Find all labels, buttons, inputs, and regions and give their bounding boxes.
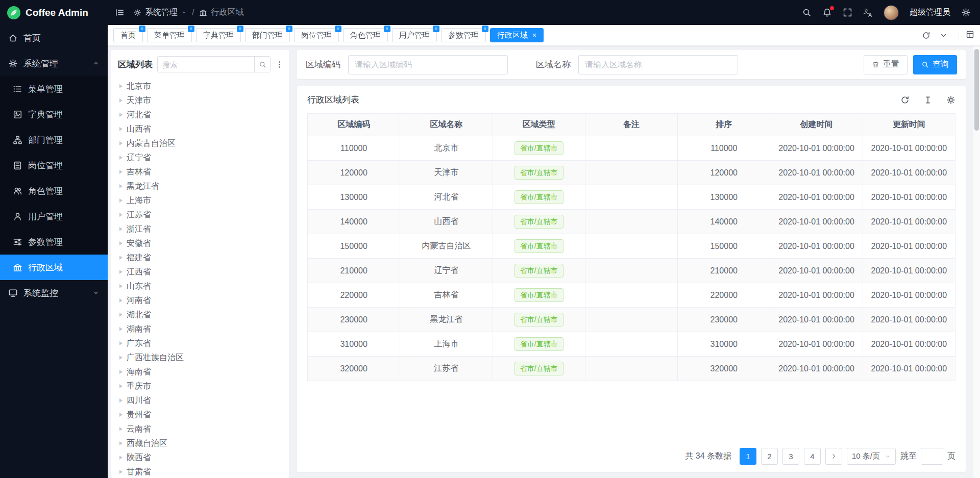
table-row[interactable]: 120000天津市省市/直辖市1200002020-10-01 00:00:00…	[308, 161, 955, 185]
query-button[interactable]: 查询	[913, 55, 957, 74]
tab-item[interactable]: 部门管理×	[245, 28, 290, 42]
sidebar-item-menu-mgmt[interactable]: 菜单管理	[0, 76, 108, 102]
tree-item[interactable]: 浙江省	[111, 222, 289, 236]
tab-close-icon[interactable]: ×	[433, 26, 439, 32]
more-options-icon[interactable]	[275, 60, 284, 69]
tree-item[interactable]: 北京市	[111, 79, 289, 93]
tree-item[interactable]: 湖北省	[111, 308, 289, 322]
tree-item[interactable]: 海南省	[111, 365, 289, 379]
tab-close-icon[interactable]: ×	[335, 26, 341, 32]
tree-item[interactable]: 贵州省	[111, 408, 289, 422]
tree-item[interactable]: 西藏自治区	[111, 436, 289, 450]
expand-caret-icon[interactable]	[119, 241, 122, 245]
tree-item[interactable]: 吉林省	[111, 165, 289, 179]
expand-caret-icon[interactable]	[119, 256, 122, 260]
tab-item[interactable]: 行政区域×	[490, 28, 544, 42]
sidebar-item-system-monitor[interactable]: 系统监控	[0, 280, 108, 306]
page-button-3[interactable]: 3	[782, 448, 799, 465]
tree-item[interactable]: 云南省	[111, 422, 289, 436]
tab-close-icon[interactable]: ×	[188, 26, 194, 32]
tab-close-icon[interactable]: ×	[482, 26, 488, 32]
tab-item[interactable]: 首页×	[113, 28, 143, 42]
expand-caret-icon[interactable]	[119, 198, 122, 203]
tab-item[interactable]: 用户管理×	[392, 28, 437, 42]
expand-caret-icon[interactable]	[119, 341, 122, 345]
expand-caret-icon[interactable]	[119, 384, 122, 388]
sidebar-item-system-mgmt[interactable]: 系统管理	[0, 51, 108, 76]
tab-close-icon[interactable]: ×	[286, 26, 292, 32]
expand-caret-icon[interactable]	[119, 398, 122, 402]
sidebar-item-dept-mgmt[interactable]: 部门管理	[0, 127, 108, 153]
tree-item[interactable]: 湖南省	[111, 322, 289, 336]
expand-caret-icon[interactable]	[119, 213, 122, 217]
translate-icon[interactable]: 文A	[863, 8, 873, 17]
sidebar-item-region[interactable]: 行政区域	[0, 255, 108, 280]
settings-gear-icon[interactable]	[961, 8, 971, 17]
table-row[interactable]: 210000辽宁省省市/直辖市2100002020-10-01 00:00:00…	[308, 259, 955, 283]
tree-item[interactable]: 四川省	[111, 393, 289, 408]
collapse-sidebar-icon[interactable]	[115, 8, 125, 17]
avatar[interactable]	[884, 5, 899, 20]
chevron-down-icon[interactable]	[181, 10, 187, 15]
sidebar-item-user-mgmt[interactable]: 用户管理	[0, 204, 108, 229]
layout-toggle-button[interactable]	[959, 30, 974, 41]
refresh-icon[interactable]	[900, 95, 910, 105]
expand-caret-icon[interactable]	[119, 327, 122, 331]
expand-caret-icon[interactable]	[119, 413, 122, 417]
page-scrollbar[interactable]	[973, 46, 980, 478]
expand-caret-icon[interactable]	[119, 98, 122, 103]
tree-item[interactable]: 安徽省	[111, 236, 289, 250]
tree-item[interactable]: 黑龙江省	[111, 179, 289, 193]
page-size-select[interactable]: 10 条/页	[847, 448, 896, 465]
tree-item[interactable]: 天津市	[111, 93, 289, 108]
tab-item[interactable]: 菜单管理×	[147, 28, 192, 42]
reset-button[interactable]: 重置	[864, 55, 908, 74]
expand-caret-icon[interactable]	[119, 284, 122, 288]
tab-list-chevron-icon[interactable]	[939, 31, 948, 40]
region-name-input[interactable]	[578, 55, 738, 74]
table-row[interactable]: 220000吉林省省市/直辖市2200002020-10-01 00:00:00…	[308, 283, 955, 308]
sidebar-item-dict-mgmt[interactable]: 字典管理	[0, 102, 108, 127]
scrollbar-thumb[interactable]	[974, 49, 979, 131]
tree-item[interactable]: 江西省	[111, 265, 289, 279]
sidebar-item-post-mgmt[interactable]: 岗位管理	[0, 153, 108, 178]
tree-item[interactable]: 辽宁省	[111, 150, 289, 165]
region-search-button[interactable]	[254, 57, 270, 72]
tree-item[interactable]: 江苏省	[111, 208, 289, 222]
sidebar-item-home[interactable]: 首页	[0, 25, 108, 51]
table-row[interactable]: 310000上海市省市/直辖市3100002020-10-01 00:00:00…	[308, 332, 955, 357]
tree-item[interactable]: 内蒙古自治区	[111, 136, 289, 150]
sidebar-item-param-mgmt[interactable]: 参数管理	[0, 229, 108, 255]
expand-caret-icon[interactable]	[119, 84, 122, 88]
expand-caret-icon[interactable]	[119, 113, 122, 117]
tree-item[interactable]: 福建省	[111, 250, 289, 265]
expand-caret-icon[interactable]	[119, 427, 122, 431]
tab-item[interactable]: 字典管理×	[196, 28, 241, 42]
expand-caret-icon[interactable]	[119, 227, 122, 231]
expand-caret-icon[interactable]	[119, 313, 122, 317]
page-button-1[interactable]: 1	[740, 448, 756, 465]
expand-caret-icon[interactable]	[119, 470, 122, 474]
tree-item[interactable]: 广西壮族自治区	[111, 350, 289, 365]
fullscreen-icon[interactable]	[843, 8, 852, 17]
expand-caret-icon[interactable]	[119, 127, 122, 131]
page-button-4[interactable]: 4	[804, 448, 821, 465]
tree-item[interactable]: 上海市	[111, 193, 289, 208]
expand-caret-icon[interactable]	[119, 141, 122, 145]
refresh-tab-icon[interactable]	[922, 31, 930, 40]
tree-item[interactable]: 河南省	[111, 293, 289, 308]
table-row[interactable]: 110000北京市省市/直辖市1100002020-10-01 00:00:00…	[308, 136, 955, 161]
tab-item[interactable]: 角色管理×	[343, 28, 388, 42]
tree-item[interactable]: 河北省	[111, 108, 289, 122]
expand-caret-icon[interactable]	[119, 356, 122, 360]
region-search-input[interactable]	[158, 57, 254, 72]
tab-close-icon[interactable]: ×	[139, 26, 145, 32]
tree-item[interactable]: 山西省	[111, 122, 289, 136]
search-icon[interactable]	[802, 8, 812, 17]
notification-bell-icon[interactable]	[822, 8, 832, 17]
table-row[interactable]: 140000山西省省市/直辖市1400002020-10-01 00:00:00…	[308, 210, 955, 234]
region-code-input[interactable]	[348, 55, 508, 74]
expand-caret-icon[interactable]	[119, 441, 122, 445]
expand-caret-icon[interactable]	[119, 156, 122, 160]
table-row[interactable]: 320000江苏省省市/直辖市3200002020-10-01 00:00:00…	[308, 357, 955, 381]
